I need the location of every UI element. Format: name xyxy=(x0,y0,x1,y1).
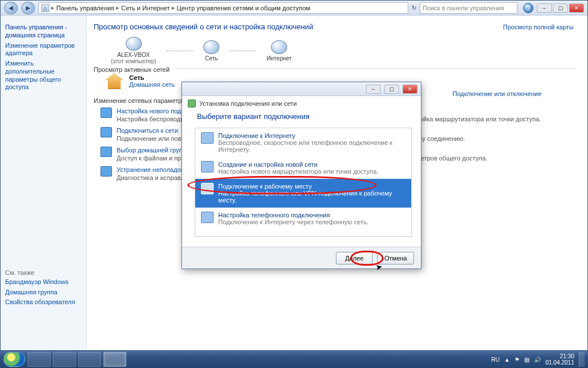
show-desktop-button[interactable] xyxy=(579,352,585,367)
maximize-button[interactable]: ▢ xyxy=(553,3,568,13)
sidebar-seealso: См. также Брандмауэр Windows Домашняя гр… xyxy=(5,269,86,309)
param-link[interactable]: Подключиться к сети xyxy=(117,127,178,134)
pc-icon xyxy=(126,37,142,51)
breadcrumb-seg[interactable]: Центр управления сетями и общим доступом xyxy=(177,5,310,12)
option-dialup[interactable]: Настройка телефонного подключения Подклю… xyxy=(195,208,411,229)
wizard-titlebar: – ▢ ✕ xyxy=(182,82,421,96)
next-button[interactable]: Далее xyxy=(336,252,373,264)
param-link[interactable]: Устранение неполадок xyxy=(117,166,184,173)
workplace-icon xyxy=(201,183,214,194)
tray-network-icon[interactable]: ▤ xyxy=(524,356,529,363)
map-line xyxy=(167,51,193,51)
tray-clock[interactable]: 21:30 01.04.2011 xyxy=(546,353,574,366)
wizard-icon xyxy=(188,99,196,108)
view-full-map-link[interactable]: Просмотр полной карты xyxy=(503,24,574,30)
search-input[interactable]: Поиск в панели управления xyxy=(420,2,517,14)
nav-back-button[interactable]: ◀ xyxy=(4,2,18,14)
map-node-internet: Интернет xyxy=(266,40,292,62)
taskbar: RU ▲ ⚑ ▤ 🔊 21:30 01.04.2011 xyxy=(0,351,588,368)
seealso-header: См. также xyxy=(5,269,86,276)
internet-icon xyxy=(271,40,287,54)
phone-icon xyxy=(201,212,214,223)
wizard-icon xyxy=(100,108,112,118)
tray-lang[interactable]: RU xyxy=(492,356,500,363)
taskbar-ie-button[interactable] xyxy=(28,352,51,367)
wizard-caption: Установка подключения или сети xyxy=(182,96,421,109)
map-line xyxy=(230,51,256,51)
wizard-minimize-button[interactable]: – xyxy=(366,85,381,94)
tray-flag-icon[interactable]: ▲ xyxy=(504,356,510,363)
cancel-button[interactable]: Отмена xyxy=(377,252,414,264)
map-node-network: Сеть xyxy=(203,40,219,62)
sidebar: Панель управления - домашняя страница Из… xyxy=(1,16,87,350)
network-type-link[interactable]: Домашняя сеть xyxy=(129,81,175,88)
wizard-button-row: Далее Отмена xyxy=(182,247,421,269)
window-controls: – ▢ ✕ xyxy=(537,3,584,13)
homegroup-icon xyxy=(100,147,112,157)
connect-icon xyxy=(100,127,112,137)
wizard-maximize-button[interactable]: ▢ xyxy=(384,85,399,94)
breadcrumb[interactable]: ⌂ ▸ Панель управления ▸ Сеть и Интернет … xyxy=(38,2,408,14)
globe-icon xyxy=(201,132,214,144)
search-placeholder: Поиск в панели управления xyxy=(423,5,504,12)
seealso-link[interactable]: Брандмауэр Windows xyxy=(5,278,86,286)
refresh-icon[interactable]: ↻ xyxy=(412,5,416,11)
breadcrumb-seg[interactable]: Панель управления xyxy=(56,5,114,12)
connection-wizard-dialog: – ▢ ✕ Установка подключения или сети Выб… xyxy=(181,82,421,269)
troubleshoot-icon xyxy=(100,166,112,177)
taskbar-explorer-button[interactable] xyxy=(53,352,76,367)
sidebar-home-link[interactable]: Панель управления - домашняя страница xyxy=(5,24,82,40)
active-networks-header: Просмотр активных сетей xyxy=(94,66,173,73)
tray-action-center-icon[interactable]: ⚑ xyxy=(514,356,520,363)
cursor-icon: ➤ xyxy=(375,262,384,272)
seealso-link[interactable]: Свойства обозревателя xyxy=(5,298,86,306)
map-node-pc: ALEX-VBOX (этот компьютер) xyxy=(111,37,156,64)
nav-forward-button[interactable]: ▶ xyxy=(21,2,35,14)
wizard-options-list: Подключение к Интернету Беспроводное, ск… xyxy=(195,128,412,237)
network-map: ALEX-VBOX (этот компьютер) Сеть Интернет xyxy=(111,37,576,64)
option-workplace[interactable]: Подключение к рабочему месту Настройка т… xyxy=(195,179,411,208)
minimize-button[interactable]: – xyxy=(537,3,552,13)
active-networks-divider: Просмотр активных сетей xyxy=(94,68,576,68)
taskbar-control-panel-button[interactable] xyxy=(103,352,126,367)
help-icon[interactable]: ? xyxy=(523,3,533,13)
router-icon xyxy=(201,161,214,172)
breadcrumb-root-icon: ⌂ xyxy=(41,4,49,12)
taskbar-media-button[interactable] xyxy=(78,352,101,367)
start-button[interactable] xyxy=(3,352,25,367)
tray-volume-icon[interactable]: 🔊 xyxy=(534,356,541,363)
system-tray: RU ▲ ⚑ ▤ 🔊 21:30 01.04.2011 xyxy=(492,352,585,367)
breadcrumb-seg[interactable]: Сеть и Интернет xyxy=(121,5,170,12)
network-icon xyxy=(203,40,219,54)
connect-disconnect-link[interactable]: Подключение или отключение xyxy=(452,90,541,97)
sidebar-link[interactable]: Изменение параметров адаптера xyxy=(5,42,82,58)
seealso-link[interactable]: Домашняя группа xyxy=(5,289,86,297)
home-network-icon xyxy=(105,73,123,89)
option-new-network[interactable]: Создание и настройка новой сети Настройк… xyxy=(195,157,411,179)
network-name: Сеть xyxy=(129,74,144,81)
wizard-close-button[interactable]: ✕ xyxy=(403,85,417,94)
close-button[interactable]: ✕ xyxy=(569,3,584,13)
sidebar-link[interactable]: Изменить дополнительные параметры общего… xyxy=(5,60,82,91)
option-internet[interactable]: Подключение к Интернету Беспроводное, ск… xyxy=(195,128,411,157)
wizard-header: Выберите вариант подключения xyxy=(182,109,421,125)
titlebar: ◀ ▶ ⌂ ▸ Панель управления ▸ Сеть и Интер… xyxy=(1,1,587,16)
